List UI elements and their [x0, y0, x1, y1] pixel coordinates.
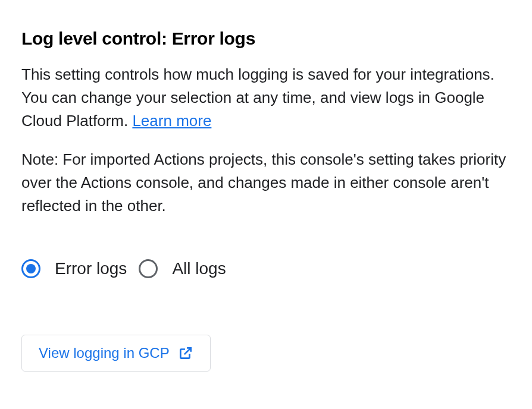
- page-title: Log level control: Error logs: [21, 29, 511, 49]
- svg-line-0: [184, 348, 191, 354]
- log-level-radio-group: Error logs All logs: [21, 259, 511, 278]
- external-link-icon: [178, 345, 193, 361]
- description-text: This setting controls how much logging i…: [21, 63, 511, 133]
- button-row: View logging in GCP: [21, 335, 511, 372]
- view-logging-gcp-button[interactable]: View logging in GCP: [21, 335, 211, 372]
- radio-circle-unselected-icon: [139, 259, 158, 278]
- radio-option-error-logs[interactable]: Error logs: [21, 259, 127, 278]
- view-button-label: View logging in GCP: [39, 345, 170, 361]
- description-body: This setting controls how much logging i…: [21, 65, 495, 130]
- note-text: Note: For imported Actions projects, thi…: [21, 148, 511, 218]
- learn-more-link[interactable]: Learn more: [132, 112, 211, 130]
- radio-option-all-logs[interactable]: All logs: [139, 259, 226, 278]
- radio-label-all-logs: All logs: [172, 259, 226, 278]
- radio-circle-selected-icon: [21, 259, 40, 278]
- radio-label-error-logs: Error logs: [55, 259, 127, 278]
